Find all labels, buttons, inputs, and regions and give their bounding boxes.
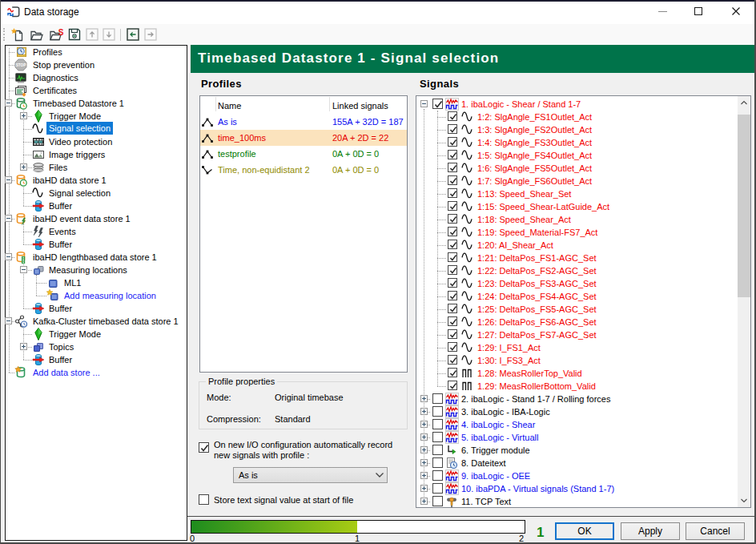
svg-text:S: S <box>58 28 64 37</box>
svg-text:STOP: STOP <box>16 63 26 67</box>
